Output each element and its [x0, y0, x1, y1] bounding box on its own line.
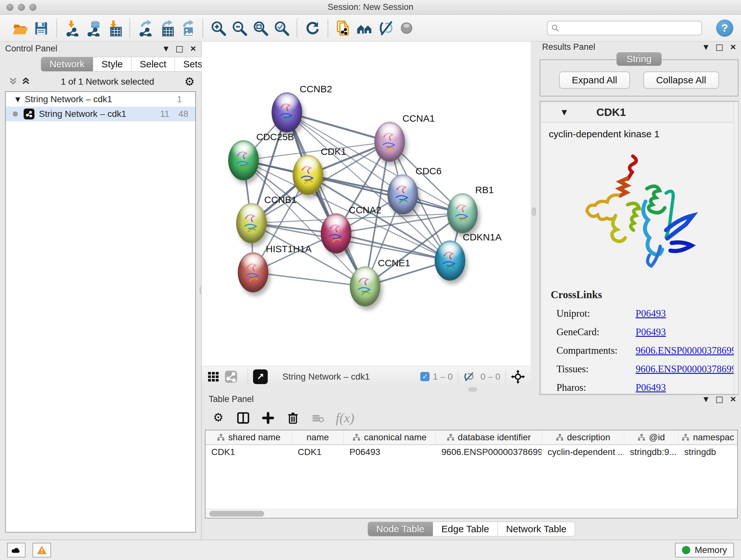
network-node-ccne1[interactable] — [350, 266, 381, 307]
tab-edge-table[interactable]: Edge Table — [433, 522, 498, 537]
results-panel-close-icon[interactable]: × — [730, 42, 736, 52]
add-column-button[interactable] — [261, 411, 275, 425]
network-options-gear-icon[interactable]: ⚙ — [185, 76, 195, 87]
network-node-cdkn1a[interactable] — [434, 240, 465, 281]
function-button[interactable]: f(x) — [336, 410, 354, 426]
table-settings-button[interactable]: ⚙ — [211, 411, 225, 425]
delete-button[interactable] — [286, 411, 300, 425]
table-cell[interactable]: stringdb — [678, 445, 737, 460]
network-node-ccna1[interactable] — [374, 122, 405, 162]
collapse-all-chevron-icon[interactable] — [8, 76, 18, 87]
network-node-hist1h1a[interactable] — [238, 252, 268, 293]
collapse-all-button[interactable]: Collapse All — [643, 71, 719, 89]
import-network-button[interactable] — [62, 17, 83, 39]
results-entry-header[interactable]: ▼ CDK1 — [541, 102, 737, 122]
refresh-button[interactable] — [302, 17, 323, 39]
grid-view-icon[interactable] — [207, 371, 219, 383]
results-panel-float-icon[interactable]: □ — [716, 42, 724, 52]
export-network-button[interactable] — [135, 17, 156, 39]
control-panel-close-icon[interactable]: × — [190, 43, 196, 54]
crosslink-link[interactable]: 9606.ENSP00000378699 — [636, 345, 737, 356]
export-table-button[interactable] — [156, 17, 177, 39]
table-horizontal-scrollbar[interactable] — [205, 509, 737, 518]
expand-all-button[interactable]: Expand All — [559, 71, 630, 89]
network-tree-root-row[interactable]: ▼ String Network – cdk1 1 — [6, 92, 195, 107]
search-box[interactable] — [547, 21, 702, 36]
expand-all-chevron-icon[interactable] — [21, 76, 30, 87]
show-eye-button[interactable] — [396, 17, 417, 39]
open-session-button[interactable] — [10, 17, 30, 39]
hide-eye-button[interactable] — [375, 17, 396, 39]
network-node-ccnb2[interactable] — [272, 92, 302, 132]
tab-string[interactable]: String — [616, 52, 661, 66]
vertical-splitter-handle[interactable] — [532, 207, 536, 216]
selected-checkbox-icon[interactable]: ✓ — [420, 372, 429, 381]
scrollbar-thumb[interactable] — [209, 511, 264, 516]
zoom-out-button[interactable] — [229, 17, 250, 39]
houses-button[interactable] — [354, 17, 375, 39]
control-panel-float-icon[interactable]: □ — [176, 44, 184, 53]
tab-style[interactable]: Style — [93, 57, 131, 71]
network-node-ccnb1[interactable] — [236, 203, 267, 243]
network-canvas[interactable]: CCNB2CCNA1CDC25BCDK1CDC6RB1CCNB1CCNA2CDK… — [202, 42, 531, 366]
network-node-ccna2[interactable] — [321, 213, 351, 253]
network-node-cdc6[interactable] — [387, 174, 418, 214]
column-header-namespac[interactable]: namespac — [678, 430, 737, 444]
import-table-button[interactable] — [104, 17, 125, 39]
table-panel-menu-icon[interactable]: ▼ — [704, 395, 709, 403]
cloud-button[interactable] — [7, 543, 25, 557]
clone-network-button[interactable] — [333, 17, 354, 39]
entry-collapse-icon[interactable]: ▼ — [562, 108, 567, 116]
zoom-selected-button[interactable] — [271, 17, 292, 39]
column-header-database-identifier[interactable]: database identifier — [435, 430, 542, 444]
table-panel-float-icon[interactable]: □ — [716, 394, 724, 404]
search-input[interactable] — [562, 23, 698, 33]
export-image-icon — [179, 20, 196, 37]
results-scrollbar[interactable] — [734, 102, 738, 394]
birdseye-view-button[interactable]: ↗ — [253, 369, 268, 384]
tab-node-table[interactable]: Node Table — [367, 522, 433, 537]
tab-select[interactable]: Select — [131, 57, 175, 71]
network-node-cdc25b[interactable] — [228, 140, 259, 180]
save-session-button[interactable] — [30, 17, 52, 39]
crosslink-link[interactable]: 9606.ENSP00000378699 — [636, 363, 737, 375]
crosslink-link[interactable]: P06493 — [636, 308, 666, 319]
help-button[interactable]: ? — [716, 19, 733, 37]
warning-button[interactable] — [32, 543, 51, 557]
svg-text:⚙: ⚙ — [213, 411, 224, 424]
import-database-button[interactable] — [83, 17, 104, 39]
horizontal-splitter[interactable] — [202, 387, 741, 392]
table-cell[interactable]: 9606.ENSP00000378699 — [435, 445, 542, 460]
vertical-splitter[interactable] — [531, 42, 537, 387]
network-tree-child-row[interactable]: String Network – cdk1 11 48 — [6, 107, 195, 121]
table-cell[interactable]: P06493 — [344, 445, 435, 460]
column-header-shared-name[interactable]: shared name — [205, 430, 292, 444]
table-cell[interactable]: CDK1 — [292, 445, 344, 460]
network-node-cdk1[interactable] — [293, 155, 323, 195]
column-header-name[interactable]: name — [292, 430, 344, 444]
pan-crosshair-icon[interactable] — [511, 370, 525, 384]
table-cell[interactable]: stringdb:9... — [624, 445, 678, 460]
results-panel-menu-icon[interactable]: ▼ — [704, 43, 709, 51]
zoom-in-button[interactable] — [208, 17, 229, 39]
column-header--id[interactable]: @id — [624, 430, 678, 444]
split-panel-button[interactable] — [236, 411, 250, 425]
tab-network-table[interactable]: Network Table — [498, 522, 576, 537]
tab-network[interactable]: Network — [41, 57, 93, 71]
share-view-icon[interactable] — [225, 370, 238, 383]
export-image-button[interactable] — [177, 17, 198, 39]
column-header-canonical-name[interactable]: canonical name — [344, 430, 435, 444]
control-panel-menu-icon[interactable]: ▼ — [164, 45, 169, 52]
control-panel: Control Panel ▼ □ × NetworkStyleSelectSe… — [0, 42, 202, 540]
delete-table-button[interactable] — [311, 411, 325, 425]
crosslink-link[interactable]: P06493 — [636, 326, 666, 338]
horizontal-splitter-handle[interactable] — [468, 388, 477, 391]
tree-expand-icon[interactable]: ▼ — [15, 96, 20, 103]
column-header-description[interactable]: description — [542, 430, 624, 444]
table-cell[interactable]: CDK1 — [205, 445, 292, 460]
memory-button[interactable]: Memory — [675, 543, 734, 557]
zoom-fit-button[interactable] — [250, 17, 271, 39]
table-cell[interactable]: cyclin-dependent ... — [542, 445, 624, 460]
network-node-rb1[interactable] — [447, 193, 478, 233]
table-panel-close-icon[interactable]: × — [730, 394, 736, 405]
